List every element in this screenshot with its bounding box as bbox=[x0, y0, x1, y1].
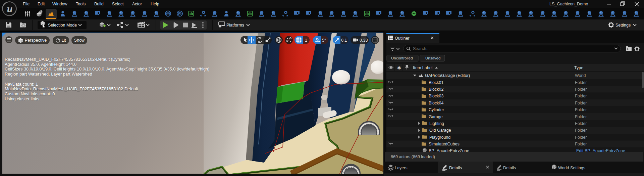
svg-text:Settings: Settings bbox=[615, 23, 631, 28]
svg-text:Outliner: Outliner bbox=[395, 36, 410, 41]
svg-text:Layers: Layers bbox=[395, 166, 408, 170]
svg-text:Folder: Folder bbox=[575, 87, 587, 92]
svg-text:Unsaved: Unsaved bbox=[425, 56, 440, 60]
svg-text:Folder: Folder bbox=[575, 115, 587, 119]
svg-text:World: World bbox=[575, 73, 586, 78]
svg-text:Folder: Folder bbox=[575, 128, 587, 133]
svg-text:Folder: Folder bbox=[575, 101, 587, 105]
svg-text:Block02: Block02 bbox=[429, 87, 444, 92]
svg-text:Old Garage: Old Garage bbox=[429, 128, 451, 133]
svg-text:Folder: Folder bbox=[575, 107, 587, 112]
svg-text:✱: ✱ bbox=[397, 65, 401, 71]
svg-text:Folder: Folder bbox=[575, 142, 587, 146]
svg-text:Lighting: Lighting bbox=[429, 121, 444, 126]
svg-text:Folder: Folder bbox=[575, 135, 587, 140]
svg-text:Folder: Folder bbox=[575, 121, 587, 126]
svg-text:SimulatedCubes: SimulatedCubes bbox=[429, 142, 460, 146]
svg-text:Platforms: Platforms bbox=[226, 23, 244, 28]
svg-text:GAProtoGarage (Editor): GAProtoGarage (Editor) bbox=[425, 73, 470, 78]
svg-text:Selection Mode: Selection Mode bbox=[48, 23, 77, 28]
svg-text:5°: 5° bbox=[322, 38, 326, 43]
svg-text:Details: Details bbox=[503, 166, 516, 170]
svg-text:Playground: Playground bbox=[429, 135, 450, 140]
svg-text:Type: Type bbox=[574, 65, 583, 70]
svg-text:Block04: Block04 bbox=[429, 101, 444, 105]
svg-text:Uncontrolled: Uncontrolled bbox=[391, 56, 413, 60]
svg-text:Folder: Folder bbox=[575, 94, 587, 98]
svg-text:1: 1 bbox=[305, 38, 307, 43]
svg-text:Cylinder: Cylinder bbox=[429, 107, 444, 112]
svg-text:Search...: Search... bbox=[413, 46, 430, 51]
svg-text:u: u bbox=[7, 3, 13, 14]
svg-text:869 actors (869 loaded): 869 actors (869 loaded) bbox=[391, 155, 435, 159]
svg-text:0.1: 0.1 bbox=[341, 38, 347, 43]
svg-text:Block03: Block03 bbox=[429, 94, 444, 98]
svg-text:World Settings: World Settings bbox=[558, 166, 585, 170]
svg-text:Item Label: Item Label bbox=[413, 65, 432, 70]
svg-text:Details: Details bbox=[449, 166, 462, 170]
svg-text:Garage: Garage bbox=[429, 115, 443, 119]
svg-text:0.33: 0.33 bbox=[360, 38, 368, 43]
svg-text:Block01: Block01 bbox=[429, 80, 444, 85]
svg-text:Folder: Folder bbox=[575, 80, 587, 85]
